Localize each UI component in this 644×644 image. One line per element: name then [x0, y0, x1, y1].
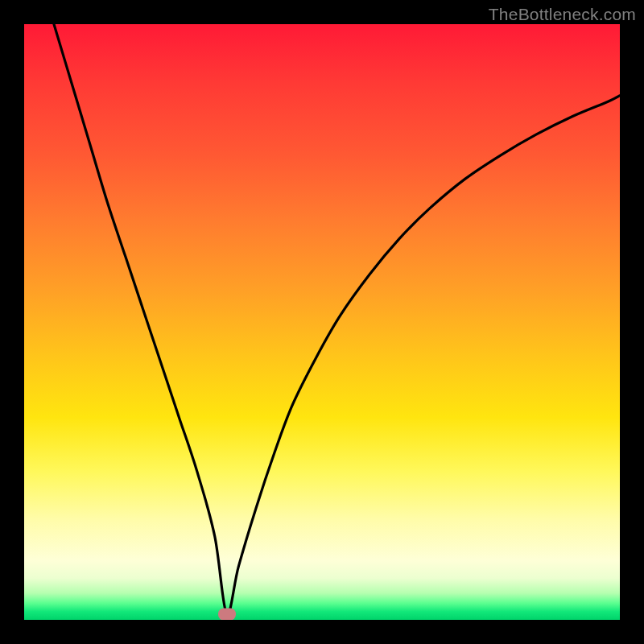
watermark-text: TheBottleneck.com [489, 5, 636, 24]
bottleneck-curve [54, 24, 620, 614]
optimum-marker [218, 608, 236, 620]
plot-area [24, 24, 620, 620]
chart-frame: TheBottleneck.com [0, 0, 644, 644]
curve-svg [24, 24, 620, 620]
